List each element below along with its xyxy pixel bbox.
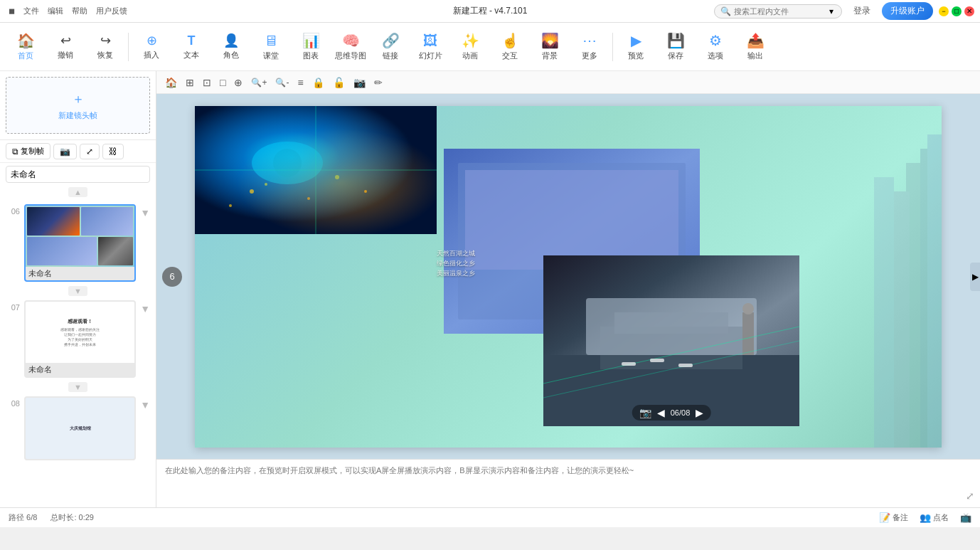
slide-canvas[interactable]: 6 ▶ — [156, 94, 980, 459]
tool-role[interactable]: 👤 角色 — [211, 26, 251, 68]
upgrade-button[interactable]: 升级账户 — [882, 2, 933, 20]
minimize-button[interactable]: － — [939, 6, 949, 16]
export-icon: 📤 — [747, 32, 765, 49]
slide-item-07: 07 感谢观看！ 感谢观看，感谢您的关注让我们一起共同努力为了美好的明天携手共进… — [0, 297, 156, 381]
tool-anim[interactable]: ✨ 动画 — [450, 26, 490, 68]
lock-open-icon[interactable]: 🔓 — [330, 75, 348, 90]
zoom-out-icon[interactable]: 🔍- — [272, 75, 292, 90]
tool-bg[interactable]: 🌄 背景 — [530, 26, 570, 68]
collapse-up-button[interactable]: ▲ — [68, 187, 87, 197]
points-button[interactable]: 👥 点名 — [920, 512, 949, 523]
camera-area: ＋ 新建镜头帧 — [0, 71, 156, 140]
camera-toolbar-icon[interactable]: 📷 — [351, 75, 368, 90]
menu-edit[interactable]: 编辑 — [45, 4, 66, 18]
login-button[interactable]: 登录 — [848, 3, 876, 19]
right-panel-collapse[interactable]: ▶ — [970, 263, 980, 291]
lock-icon[interactable]: 🔒 — [309, 75, 327, 90]
notes-textarea[interactable] — [165, 465, 971, 502]
slide-collapse-arrow-07[interactable]: ▼ — [140, 303, 150, 314]
slide-thumb-06[interactable]: 未命名 — [24, 204, 136, 282]
thumb-07-text: 感谢观看，感谢您的关注让我们一起共同努力为了美好的明天携手共进，共创未来 — [60, 327, 100, 347]
video-time: 06/08 — [671, 408, 691, 417]
tool-link-label: 链接 — [383, 51, 398, 61]
aspect-icon[interactable]: □ — [217, 75, 228, 90]
slide-name-06: 未命名 — [26, 267, 134, 280]
screen-icon: 📺 — [960, 512, 971, 523]
tool-mindmap[interactable]: 🧠 思维导图 — [331, 26, 371, 68]
tool-preview[interactable]: ▶ 预览 — [616, 26, 656, 68]
tool-link[interactable]: 🔗 链接 — [371, 26, 410, 68]
tool-options[interactable]: ⚙ 选项 — [696, 26, 735, 68]
collapse-down-button-06[interactable]: ▼ — [68, 286, 87, 296]
copy-frame-button[interactable]: ⧉ 复制帧 — [6, 143, 50, 159]
chain-icon: ⛓ — [109, 147, 117, 157]
zoom-fit-icon[interactable]: ⊞ — [183, 75, 197, 90]
tool-redo-label: 恢复 — [97, 50, 113, 60]
fit-button[interactable]: ⤢ — [80, 144, 100, 159]
copy-frame-label: 复制帧 — [21, 146, 44, 157]
add-frame-icon[interactable]: ⊕ — [231, 75, 245, 90]
slide-collapse-arrow-06[interactable]: ▼ — [140, 207, 150, 218]
slide-badge: 6 — [162, 267, 182, 287]
collapse-down-area-07: ▼ — [0, 381, 156, 393]
maximize-button[interactable]: □ — [952, 6, 962, 16]
tool-mindmap-label: 思维导图 — [335, 51, 366, 61]
city-image[interactable] — [195, 106, 437, 234]
slide-thumb-08[interactable]: 大庆规划馆 — [24, 396, 136, 460]
zoom-in-icon[interactable]: 🔍+ — [248, 75, 270, 90]
video-screenshot-btn[interactable]: 📷 — [639, 407, 651, 418]
main-area: ＋ 新建镜头帧 ⧉ 复制帧 📷 ⤢ ⛓ ▲ — [0, 71, 980, 507]
menu-file[interactable]: 文件 — [21, 4, 42, 18]
hall-image[interactable]: 📷 ◀ 06/08 ▶ — [543, 255, 799, 426]
video-controls[interactable]: 📷 ◀ 06/08 ▶ — [632, 405, 711, 421]
tool-interact[interactable]: ☝ 交互 — [490, 26, 530, 68]
building-silhouette — [799, 106, 942, 448]
new-frame-label: 新建镜头帧 — [58, 110, 97, 121]
crop-icon[interactable]: ⊡ — [200, 75, 214, 90]
points-icon: 👥 — [920, 512, 931, 523]
close-button[interactable]: ✕ — [964, 6, 974, 16]
slide-thumb-07[interactable]: 感谢观看！ 感谢观看，感谢您的关注让我们一起共同努力为了美好的明天携手共进，共创… — [24, 300, 136, 378]
notes-expand-icon[interactable]: ⤢ — [966, 490, 974, 502]
new-frame-button[interactable]: ＋ 新建镜头帧 — [6, 77, 150, 134]
toolbar-separator-1 — [128, 33, 129, 61]
tool-home-label: 首页 — [18, 51, 33, 61]
tool-insert[interactable]: ⊕ 插入 — [132, 26, 171, 68]
chain-button[interactable]: ⛓ — [102, 144, 124, 159]
search-input[interactable] — [734, 7, 826, 16]
tool-classroom[interactable]: 🖥 课堂 — [251, 26, 291, 68]
slide-name-input[interactable] — [6, 166, 150, 183]
menu-help[interactable]: 帮助 — [69, 4, 90, 18]
svg-point-12 — [364, 190, 367, 193]
screenshot-toolbar-icon[interactable]: ✏ — [371, 75, 385, 90]
screen-button[interactable]: 📺 — [960, 512, 971, 523]
tool-home[interactable]: 🏠 首页 — [6, 26, 46, 68]
icon-toolbar: 🏠 ⊞ ⊡ □ ⊕ 🔍+ 🔍- ≡ 🔒 🔓 📷 ✏ — [156, 71, 980, 94]
home-view-icon[interactable]: 🏠 — [162, 75, 180, 90]
video-next-btn[interactable]: ▶ — [696, 407, 703, 418]
screenshot-button[interactable]: 📷 — [53, 144, 77, 159]
align-icon[interactable]: ≡ — [294, 75, 306, 90]
tool-text[interactable]: T 文本 — [171, 26, 211, 68]
tool-more-label: 更多 — [582, 51, 597, 61]
collapse-down-button-07[interactable]: ▼ — [68, 382, 87, 392]
search-dropdown-icon[interactable]: ▾ — [829, 6, 833, 16]
note-label: 备注 — [893, 512, 908, 523]
more-icon: ⋯ — [582, 32, 597, 49]
tool-export[interactable]: 📤 输出 — [735, 26, 775, 68]
tool-slide-label: 幻灯片 — [419, 51, 442, 61]
eco-line-2: 绿色循化之乡 — [437, 258, 475, 268]
tool-slide[interactable]: 🖼 幻灯片 — [410, 26, 450, 68]
slide-collapse-arrow-08[interactable]: ▼ — [140, 399, 150, 411]
redo-icon: ↪ — [100, 33, 111, 48]
note-button[interactable]: 📝 备注 — [879, 512, 908, 523]
search-box[interactable]: 🔍 ▾ — [714, 4, 842, 18]
tool-more[interactable]: ⋯ 更多 — [570, 26, 609, 68]
slide-background: 天然百湖之城 绿色循化之乡 美丽温泉之乡 — [195, 106, 942, 448]
video-prev-btn[interactable]: ◀ — [657, 407, 665, 418]
tool-chart[interactable]: 📊 图表 — [291, 26, 331, 68]
tool-save[interactable]: 💾 保存 — [656, 26, 696, 68]
tool-undo[interactable]: ↩ 撤销 — [46, 26, 85, 68]
menu-feedback[interactable]: 用户反馈 — [93, 4, 130, 18]
tool-redo[interactable]: ↪ 恢复 — [85, 26, 125, 68]
